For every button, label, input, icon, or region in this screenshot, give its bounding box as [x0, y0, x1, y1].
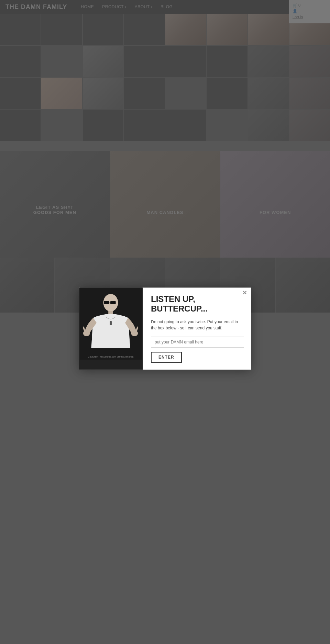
svg-text:CoutureInTheSuburbs.com  Jamej: CoutureInTheSuburbs.com JamejoAlmanza	[88, 355, 134, 358]
popup-body: I'm not going to ask you twice. Put your…	[151, 319, 244, 331]
popup-modal: CoutureInTheSuburbs.com JamejoAlmanza ✕ …	[79, 287, 251, 370]
popup-content-side: ✕ LISTEN UP,BUTTERCUP... I'm not going t…	[143, 287, 251, 370]
popup-image-side: CoutureInTheSuburbs.com JamejoAlmanza	[79, 287, 143, 370]
svg-rect-12	[110, 321, 112, 325]
enter-button[interactable]: ENTER	[151, 352, 182, 363]
popup-close-button[interactable]: ✕	[242, 290, 247, 296]
svg-rect-2	[104, 301, 109, 304]
popup-person-svg: CoutureInTheSuburbs.com JamejoAlmanza	[79, 287, 143, 360]
svg-rect-3	[110, 301, 116, 304]
email-input[interactable]	[151, 337, 244, 348]
popup-title: LISTEN UP,BUTTERCUP...	[151, 294, 244, 314]
